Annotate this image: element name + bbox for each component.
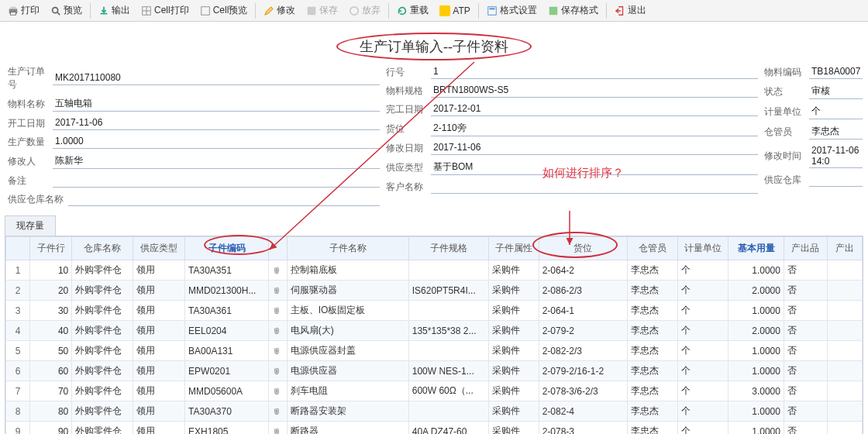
title-row: 生产订单输入--子件资料 [0, 22, 868, 65]
pencil-icon [264, 5, 274, 16]
cell-clip[interactable] [269, 381, 288, 401]
col-loc[interactable]: 货位 [539, 237, 627, 260]
cell-stype: 领用 [133, 381, 184, 401]
cell-clip[interactable] [269, 321, 288, 341]
supply-wh-name-field[interactable] [68, 192, 380, 206]
col-keeper[interactable]: 仓管员 [628, 237, 678, 260]
discard-icon [349, 5, 360, 16]
tab-bar: 现存量 [5, 215, 863, 236]
end-date-field[interactable]: 2017-12-01 [431, 102, 758, 116]
mod-date-field[interactable]: 2017-11-06 [431, 141, 758, 155]
cell-clip[interactable] [269, 260, 288, 281]
tab-stock[interactable]: 现存量 [5, 215, 56, 236]
cell-code: MMD05600A [185, 381, 269, 401]
col-code[interactable]: 子件编码 [185, 237, 269, 260]
qty-field[interactable]: 1.0000 [53, 135, 380, 149]
cell-preview-label: Cell预览 [213, 4, 248, 17]
mod-date-label: 修改日期 [386, 142, 431, 155]
status-label: 状态 [764, 85, 809, 98]
table-row[interactable]: 660外购零件仓领用EPW0201电源供应器100W NES-1...采购件2-… [6, 361, 863, 381]
keeper-field[interactable]: 李忠杰 [809, 124, 863, 140]
mat-code-field[interactable]: TB18A0007 [809, 65, 863, 79]
cell-out: 否 [784, 422, 827, 435]
cell-code: EPW0201 [185, 361, 269, 381]
status-field[interactable]: 审核 [809, 84, 863, 99]
format-icon [487, 5, 498, 16]
save-button: 保存 [301, 2, 343, 19]
cell-out: 否 [784, 341, 827, 361]
format-label: 格式设置 [500, 4, 537, 17]
cell-loc: 2-086-2/3 [539, 281, 627, 301]
table-row[interactable]: 880外购零件仓领用TA30A370断路器安装架采购件2-082-4李忠杰个1.… [6, 401, 863, 422]
cell-rownum: 7 [6, 381, 30, 401]
cell-clip[interactable] [269, 401, 288, 422]
mod-by-field[interactable]: 陈新华 [53, 153, 380, 169]
cell-out: 否 [784, 281, 827, 301]
table-row[interactable]: 550外购零件仓领用BA00A131电源供应器封盖采购件2-082-2/3李忠杰… [6, 341, 863, 361]
mod-time-field[interactable]: 2017-11-06 14:0 [809, 144, 863, 168]
cell-clip[interactable] [269, 361, 288, 381]
cell-attr: 采购件 [488, 381, 539, 401]
loc-field[interactable]: 2-110旁 [431, 121, 758, 136]
save-format-button[interactable]: 保存格式 [543, 2, 603, 19]
cell-out2 [828, 401, 863, 422]
table-row[interactable]: 220外购零件仓领用MMD021300H...伺服驱动器IS620PT5R4I.… [6, 281, 863, 301]
cell-clip[interactable] [269, 301, 288, 321]
col-out2[interactable]: 产出 [828, 237, 863, 260]
svg-rect-1 [11, 6, 16, 9]
cell-qty: 3.0000 [728, 381, 784, 401]
table-row[interactable]: 110外购零件仓领用TA30A351控制箱底板采购件2-064-2李忠杰个1.0… [6, 260, 863, 281]
cell-clip[interactable] [269, 341, 288, 361]
exit-button[interactable]: 退出 [610, 2, 651, 19]
col-spec[interactable]: 子件规格 [408, 237, 488, 260]
cust-name-field[interactable] [431, 180, 758, 194]
col-clip[interactable] [269, 237, 288, 260]
cell-print-button[interactable]: Cell打印 [136, 2, 194, 19]
col-output[interactable]: 产出品 [784, 237, 827, 260]
order-no-field[interactable]: MK2017110080 [53, 71, 380, 85]
uom-field[interactable]: 个 [809, 104, 863, 119]
line-field[interactable]: 1 [431, 65, 758, 79]
cell-uom: 个 [678, 401, 728, 422]
print-button[interactable]: 打印 [3, 2, 44, 19]
col-line[interactable]: 子件行 [30, 237, 72, 260]
remark-field[interactable] [53, 174, 380, 188]
cell-spec: 135*135*38 2... [408, 321, 488, 341]
mat-name-field[interactable]: 五轴电箱 [53, 96, 380, 112]
grid-body: 110外购零件仓领用TA30A351控制箱底板采购件2-064-2李忠杰个1.0… [6, 260, 863, 435]
table-row[interactable]: 990外购零件仓领用EXH1805断路器40A DZ47-60采购件2-078-… [6, 422, 863, 435]
paperclip-icon [272, 266, 281, 275]
col-stype[interactable]: 供应类型 [133, 237, 184, 260]
col-attr[interactable]: 子件属性 [488, 237, 539, 260]
table-row[interactable]: 440外购零件仓领用EEL0204电风扇(大)135*135*38 2...采购… [6, 321, 863, 341]
cell-clip[interactable] [269, 281, 288, 301]
toolbar-separator [606, 3, 607, 19]
cell-rownum: 1 [6, 260, 30, 281]
col-wh[interactable]: 仓库名称 [72, 237, 133, 260]
export-button[interactable]: 输出 [94, 2, 135, 19]
format-button[interactable]: 格式设置 [482, 2, 542, 19]
supply-wh-field[interactable] [809, 173, 863, 187]
cell-out2 [828, 381, 863, 401]
col-name[interactable]: 子件名称 [287, 237, 408, 260]
cell-attr: 采购件 [488, 361, 539, 381]
save-format-icon [548, 5, 559, 16]
col-base-qty[interactable]: 基本用量 [728, 237, 784, 260]
cell-uom: 个 [678, 281, 728, 301]
start-date-field[interactable]: 2017-11-06 [53, 116, 380, 130]
reload-button[interactable]: 重载 [392, 2, 433, 19]
cell-preview-button[interactable]: Cell预览 [195, 2, 253, 19]
release-label: 放弃 [362, 4, 381, 17]
spec-field[interactable]: BRTN1800WS-S5 [431, 84, 758, 98]
atp-button[interactable]: ATP [435, 4, 474, 18]
col-rownum[interactable] [6, 237, 30, 260]
table-row[interactable]: 770外购零件仓领用MMD05600A刹车电阻600W 60Ω（...采购件2-… [6, 381, 863, 401]
cell-clip[interactable] [269, 422, 288, 435]
col-uom[interactable]: 计量单位 [678, 237, 728, 260]
table-row[interactable]: 330外购零件仓领用TA30A361主板、IO板固定板采购件2-064-1李忠杰… [6, 301, 863, 321]
svg-rect-13 [549, 6, 558, 15]
edit-button[interactable]: 修改 [259, 2, 300, 19]
cell-spec: 100W NES-1... [408, 361, 488, 381]
supply-wh-name-label: 供应仓库名称 [8, 193, 68, 206]
preview-button[interactable]: 预览 [46, 2, 87, 19]
